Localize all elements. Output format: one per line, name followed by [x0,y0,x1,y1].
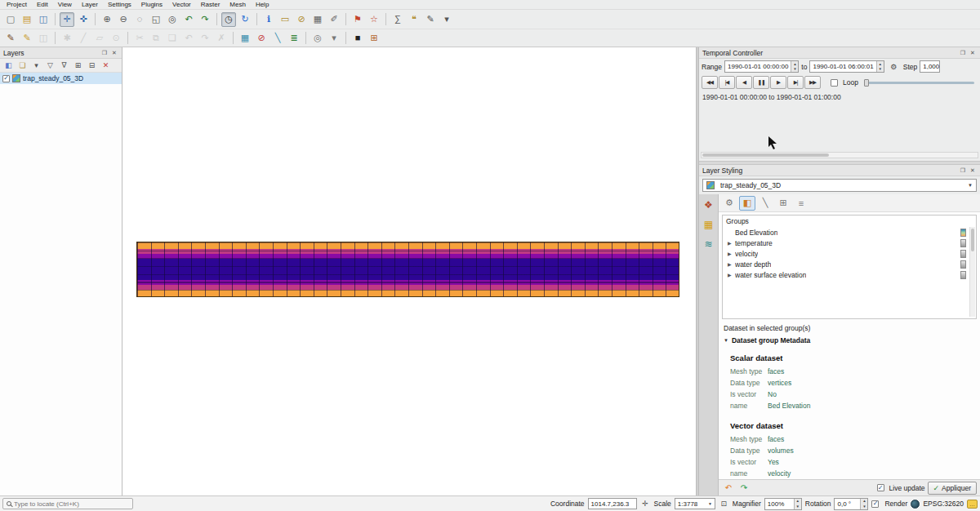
live-update-control[interactable]: ✓ Live update [877,484,925,492]
filter-legend-button[interactable]: ▽ [44,60,56,71]
spin-down-icon[interactable]: ▼ [861,504,867,509]
select-by-rectangle-button[interactable]: ■ [350,31,365,46]
menu-item[interactable]: Help [251,0,274,9]
zoom-full-button[interactable]: ◱ [149,12,163,27]
map-canvas[interactable] [122,47,696,495]
new-project-button[interactable]: ▢ [3,12,18,27]
vertex-tool-button[interactable]: ⊙ [109,31,123,46]
loop-checkbox[interactable] [831,79,838,87]
temporal-horizontal-scrollbar[interactable] [701,152,978,158]
refresh-map-button[interactable]: ↻ [238,12,252,27]
tab-vectors[interactable]: ╲ [757,196,773,211]
step-back-button[interactable]: ◀ [736,76,752,89]
expand-all-button[interactable]: ⊞ [72,60,84,71]
mesh-reindex-button[interactable]: ≣ [287,31,301,46]
step-input[interactable]: 1,000 [920,60,940,73]
group-velocity[interactable]: ▶ velocity [723,248,976,259]
spin-buttons[interactable]: ▲▼ [794,499,801,509]
group-water-depth[interactable]: ▶ water depth [723,259,976,269]
rewind-button[interactable]: ◀◀ [702,76,718,89]
magnifier-input[interactable]: 100% ▲▼ [764,498,802,510]
toolbar-item[interactable] [345,32,346,44]
add-polygon-feature-button[interactable]: ▱ [92,31,107,46]
copy-features-button[interactable]: ⧉ [149,31,163,46]
toolbar-item[interactable] [256,13,257,25]
zoom-native-button[interactable]: ◌ [132,12,147,27]
tab-mesh-frame[interactable]: ⊞ [775,196,791,211]
toolbox-dropdown-button[interactable]: ▾ [439,12,454,27]
branch-expand-icon[interactable]: ▶ [728,251,735,256]
select-features-button[interactable]: ▭ [278,12,292,27]
crs-value[interactable]: EPSG:32620 [923,500,964,508]
range-start-input[interactable]: 1990-01-01 00:00:00 ▲▼ [724,60,799,73]
undo-style-button[interactable]: ↶ [722,482,735,494]
toolbar-item[interactable] [216,13,217,25]
live-update-checkbox[interactable]: ✓ [877,484,884,491]
show-bookmarks-button[interactable]: ☆ [367,12,381,27]
render-checkbox[interactable]: ✓ [871,500,879,508]
locate-box[interactable] [2,498,133,509]
layer-visibility-checkbox[interactable]: ✓ [2,75,10,82]
undo-button[interactable]: ↶ [181,31,196,46]
group-water-surface-elevation[interactable]: ▶ water surface elevation [723,269,976,280]
close-panel-icon[interactable]: ✕ [969,49,977,57]
deselect-features-button[interactable]: ⊘ [294,12,309,27]
coordinate-input[interactable]: 1014.7,236.3 [588,498,637,509]
close-panel-icon[interactable]: ✕ [110,49,118,57]
spin-down-icon[interactable]: ▼ [791,67,798,73]
temporal-settings-icon[interactable]: ⚙ [888,61,900,73]
measure-line-button[interactable]: ✐ [327,12,341,27]
tab-settings[interactable]: ⚙ [721,196,737,211]
scrollbar-thumb[interactable] [971,229,974,251]
new-bookmark-button[interactable]: ⚑ [350,12,365,27]
play-button[interactable]: ▶ [770,76,786,89]
statistics-summary-button[interactable]: ∑ [390,12,405,27]
layer-item-trap-steady-05-3d[interactable]: ✓ trap_steady_05_3D [0,73,122,84]
mesh-edit-abort-button[interactable]: ⊘ [254,31,269,46]
time-slider-thumb[interactable] [864,79,869,87]
save-project-button[interactable]: ◫ [36,12,51,27]
toggle-editing-button[interactable]: ✎ [20,31,34,46]
scrollbar-thumb[interactable] [702,153,829,157]
close-panel-icon[interactable]: ✕ [969,167,977,175]
skip-to-end-button[interactable]: ▶| [787,76,804,89]
snapping-options-button[interactable]: ▾ [327,31,341,46]
annotations-button[interactable]: ✎ [423,12,438,27]
zoom-next-button[interactable]: ↷ [198,12,212,27]
branch-expand-icon[interactable]: ▶ [728,272,735,278]
pan-to-selection-button[interactable]: ✜ [76,12,91,27]
spin-down-icon[interactable]: ▼ [795,504,801,509]
redo-button[interactable]: ↷ [198,31,212,46]
mesh-calculator-button[interactable]: ⊞ [367,31,381,46]
elevation-strip-tab[interactable]: ≋ [702,237,716,251]
skip-to-start-button[interactable]: |◀ [719,76,735,89]
float-panel-icon[interactable]: ❐ [959,49,967,57]
tab-contours[interactable]: ◧ [739,196,755,211]
mesh-digitizing-button[interactable]: ▦ [238,31,252,46]
add-group-button[interactable]: ❏ [16,60,29,71]
scale-lock-icon[interactable]: ⊡ [719,499,729,509]
toolbar-item[interactable] [55,13,56,25]
pan-map-button[interactable]: ✛ [60,12,74,27]
map-tips-button[interactable]: ❝ [407,12,421,27]
save-edits-button[interactable]: ◫ [36,31,51,46]
cut-features-button[interactable]: ✂ [132,31,147,46]
open-attribute-table-button[interactable]: ▦ [310,12,325,27]
snapping-toggle-button[interactable]: ◎ [310,31,325,46]
paste-features-button[interactable]: ❏ [165,31,180,46]
scale-combobox[interactable]: 1:3778 ▼ [675,498,715,509]
layer-name[interactable]: trap_steady_05_3D [23,74,83,82]
filter-by-expression-button[interactable]: ∇ [58,60,70,71]
dataset-metadata-header[interactable]: ▼ Dataset group Metadata [719,334,980,347]
toolbar-item[interactable] [385,13,386,25]
toolbar-item[interactable] [233,32,234,44]
zoom-in-button[interactable]: ⊕ [100,12,114,27]
menu-item[interactable]: Edit [32,0,53,9]
menu-item[interactable]: Raster [196,0,225,9]
labels-strip-tab[interactable]: ▦ [702,217,716,232]
menu-item[interactable]: Layer [77,0,103,9]
menu-item[interactable]: Plugins [136,0,167,9]
redo-style-button[interactable]: ↷ [737,482,751,494]
locate-input[interactable] [14,500,129,508]
messages-icon[interactable]: … [967,500,978,509]
